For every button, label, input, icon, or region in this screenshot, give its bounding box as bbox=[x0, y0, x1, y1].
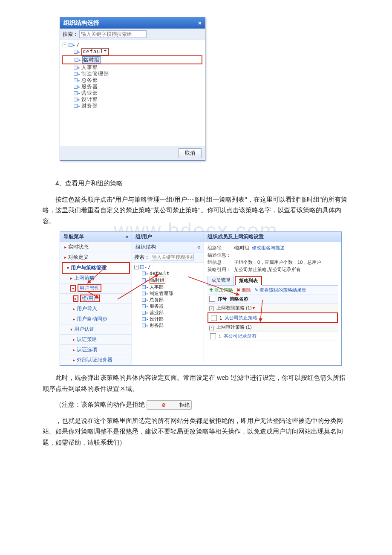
close-icon[interactable]: × bbox=[198, 20, 202, 26]
policy-toolbar: ✚ 添加策略 ✖ 删除 ✎ 查看该组的策略结果集 bbox=[208, 286, 338, 295]
tree-node[interactable]: ▸设计部 bbox=[134, 316, 202, 322]
tree-node[interactable]: ▸财务部 bbox=[134, 322, 202, 329]
add-policy-button[interactable]: ✚ 添加策略 bbox=[209, 287, 233, 293]
prohibit-icon: ⊘ bbox=[149, 401, 166, 409]
group-icon: ▸ bbox=[74, 64, 81, 71]
delete-policy-button[interactable]: ✖ 删除 bbox=[236, 287, 251, 293]
tree-node[interactable]: ▸制造管理部 bbox=[63, 71, 202, 77]
nav-user-mgmt[interactable]: ▾用户管理 bbox=[60, 283, 132, 294]
tab-policy[interactable]: 策略列表 bbox=[235, 276, 262, 286]
tree-node[interactable]: ▸服务器 bbox=[134, 303, 202, 309]
info-desc: 描述信息： bbox=[208, 251, 338, 259]
tree-node[interactable]: ▸人事部 bbox=[63, 64, 202, 71]
tree-node[interactable]: ▸总务部 bbox=[63, 77, 202, 84]
tree-root[interactable]: -▸/ bbox=[134, 264, 202, 270]
section-heading: 4、查看用户和组的策略 bbox=[43, 178, 349, 189]
group-icon: ▸ bbox=[75, 57, 81, 63]
group-icon: ▸ bbox=[140, 264, 147, 270]
paragraph: 按红色箭头顺序点击"用户与策略管理---组/用户---临时组---策略列表"，在… bbox=[43, 194, 349, 227]
tree-node[interactable]: ▸营业部 bbox=[134, 309, 202, 316]
view-result-button[interactable]: ✎ 查看该组的策略结果集 bbox=[254, 287, 306, 293]
paragraph: 此时，既会弹出该策略的具体内容设定页面。常用设定在 web 过滤中进行设定，你可… bbox=[43, 372, 349, 394]
tree-node[interactable]: ▸ default bbox=[63, 48, 202, 55]
collapse-icon[interactable]: « bbox=[197, 244, 200, 250]
nav-user-policy[interactable]: ▾用户与策略管理 bbox=[62, 262, 130, 274]
nav-auth-policy[interactable]: ▸认证策略 bbox=[60, 335, 132, 345]
nav-auth-option[interactable]: ▸认证选项 bbox=[60, 345, 132, 355]
nav-realtime[interactable]: ▸实时状态 bbox=[60, 242, 132, 252]
policy-columns: 序号 策略名称 bbox=[208, 295, 338, 304]
paragraph: （注意：该条策略的动作是拒绝 ⊘ 拒绝 bbox=[43, 399, 349, 410]
group-icon: ▸ bbox=[74, 71, 81, 77]
tree-node-selected[interactable]: ▸临时组 bbox=[134, 277, 202, 284]
search-row: 搜索： bbox=[60, 29, 205, 40]
rename-group-link[interactable]: 修改组名与描述 bbox=[252, 245, 285, 251]
select-all-checkbox[interactable] bbox=[209, 296, 215, 302]
tab-bar: 成员管理 策略列表 bbox=[208, 276, 338, 286]
dialog-footer: 取消 bbox=[60, 146, 205, 160]
group-icon: ▸ bbox=[74, 103, 81, 109]
group-icon: ▸ bbox=[142, 309, 149, 316]
search-label: 搜索： bbox=[134, 254, 150, 260]
search-input[interactable] bbox=[79, 30, 147, 38]
row-checkbox[interactable] bbox=[211, 315, 217, 321]
group-icon: ▸ bbox=[74, 96, 81, 103]
org-tree-panel: 组/用户 组织结构 « 搜索： -▸/ ▸default ▸临时组 ▸人事部 ▸… bbox=[132, 232, 204, 365]
policy-settings-panel: 组织成员及上网策略设置 组路径： /临时组 修改组名与描述 描述信息： 组信息：… bbox=[204, 232, 341, 365]
expand-icon[interactable]: - bbox=[63, 43, 67, 47]
info-path: 组路径： /临时组 修改组名与描述 bbox=[208, 244, 338, 251]
group-icon: ▸ bbox=[74, 90, 81, 96]
tree-search-input[interactable] bbox=[151, 254, 194, 260]
search-label: 搜索： bbox=[63, 31, 78, 37]
expand-icon[interactable]: - bbox=[134, 265, 139, 269]
tab-member[interactable]: 成员管理 bbox=[208, 276, 234, 285]
nav-user-sync[interactable]: ▸用户自动同步 bbox=[60, 314, 132, 324]
info-group: 组信息：子组个数：0，直属用户个数：10，总用户 bbox=[208, 259, 338, 266]
group-icon: ▸ bbox=[142, 284, 149, 290]
policy-row-highlighted[interactable]: 1 某公司禁止策略 bbox=[208, 312, 338, 323]
nav-user-auth[interactable]: ▾用户认证 bbox=[60, 324, 132, 335]
tree-node[interactable]: ▸服务器 bbox=[63, 84, 202, 90]
tree-node[interactable]: ▸制造管理部 bbox=[134, 290, 202, 297]
policy-row[interactable]: 1 某公司记录所有 bbox=[208, 332, 338, 341]
tree-node[interactable]: ▸default bbox=[134, 270, 202, 277]
group-icon: ▸ bbox=[74, 49, 81, 55]
watermark-text: 导航菜单 « ▸实时状态 ▸对象定义 ▾用户与策略管理 ▸上网策略 ▾用户管理 … bbox=[43, 231, 349, 366]
org-select-dialog: 组织结构选择 × 搜索： - ▸ / ▸ default ▸ 临时组 ▸人事部 … bbox=[60, 17, 205, 161]
tree-node[interactable]: ▸营业部 bbox=[63, 90, 202, 96]
org-subheader: 组织结构 « bbox=[132, 242, 204, 252]
tree-root[interactable]: - ▸ / bbox=[63, 42, 202, 48]
tree-node[interactable]: ▸总务部 bbox=[134, 297, 202, 303]
expand-icon[interactable]: - bbox=[209, 326, 214, 330]
dialog-titlebar: 组织结构选择 × bbox=[60, 17, 205, 29]
group-icon: ▸ bbox=[74, 77, 81, 84]
policy-management-panel: 导航菜单 « ▸实时状态 ▸对象定义 ▾用户与策略管理 ▸上网策略 ▾用户管理 … bbox=[60, 231, 342, 366]
group-icon: ▸ bbox=[142, 277, 149, 283]
paragraph: ，也就是说在这个策略里面所选定的所有网站分类都是被拒绝的，即用户无法登陆这些被选… bbox=[43, 415, 349, 448]
row-checkbox[interactable] bbox=[210, 333, 216, 339]
collapse-icon[interactable]: « bbox=[125, 234, 128, 240]
tree-node[interactable]: ▸人事部 bbox=[134, 284, 202, 290]
group-icon: ▸ bbox=[69, 42, 75, 48]
group-icon: ▸ bbox=[142, 270, 149, 277]
nav-header: 导航菜单 « bbox=[60, 232, 132, 242]
tree-node[interactable]: ▸设计部 bbox=[63, 96, 202, 103]
tree-node[interactable]: ▸财务部 bbox=[63, 103, 202, 109]
cancel-button[interactable]: 取消 bbox=[179, 148, 202, 158]
policy-link[interactable]: 某公司禁止策略 bbox=[225, 315, 257, 321]
policy-group-header[interactable]: - 上网权限策略 (1)▼ bbox=[208, 304, 338, 312]
tree-search-row: 搜索： bbox=[132, 252, 204, 263]
reject-action-badge: ⊘ 拒绝 bbox=[147, 400, 192, 410]
nav-net-policy[interactable]: ▸上网策略 bbox=[60, 273, 132, 283]
nav-ext-auth[interactable]: ▸外部认证服务器 bbox=[60, 355, 132, 365]
nav-user-import[interactable]: ▸用户导入 bbox=[60, 304, 132, 314]
policy-link[interactable]: 某公司记录所有 bbox=[224, 333, 257, 339]
group-icon: ▸ bbox=[142, 303, 149, 309]
expand-icon[interactable]: - bbox=[209, 306, 214, 311]
policy-group-header[interactable]: - 上网审计策略 (1) bbox=[208, 323, 338, 332]
nav-group-user[interactable]: ▸组/用户 bbox=[60, 294, 132, 304]
nav-menu: 导航菜单 « ▸实时状态 ▸对象定义 ▾用户与策略管理 ▸上网策略 ▾用户管理 … bbox=[60, 232, 132, 365]
nav-objdef[interactable]: ▸对象定义 bbox=[60, 252, 132, 263]
right-header: 组织成员及上网策略设置 bbox=[204, 232, 341, 242]
tree-node-selected[interactable]: ▸ 临时组 bbox=[62, 55, 202, 64]
